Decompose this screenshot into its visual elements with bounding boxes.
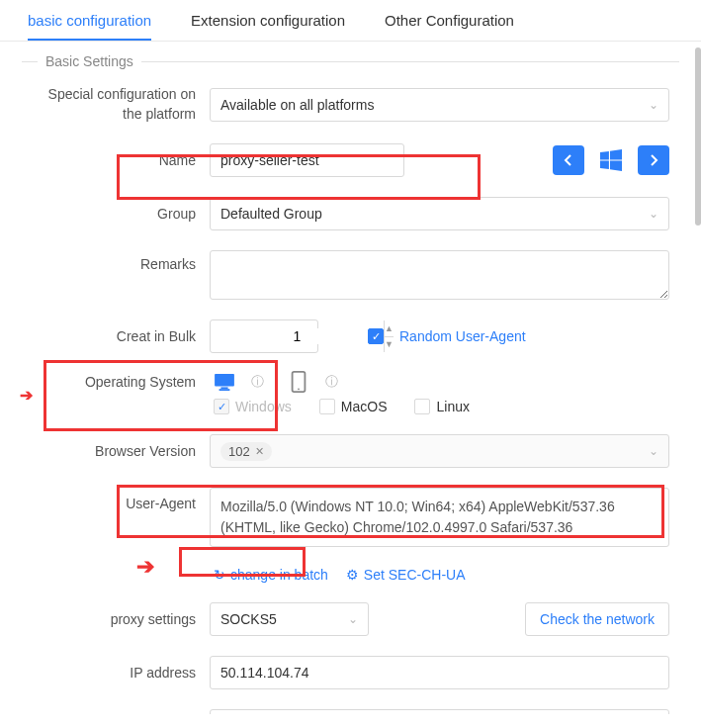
group-select[interactable]: Defaulted Group ⌄: [210, 197, 669, 230]
os-linux-checkbox[interactable]: [414, 399, 430, 414]
browser-version-tag: 102 ✕: [220, 442, 272, 461]
label-user-agent: User-Agent: [32, 488, 200, 511]
desktop-icon[interactable]: [214, 373, 235, 391]
svg-rect-0: [215, 374, 234, 387]
label-proxy-settings: proxy settings: [32, 611, 200, 627]
random-ua-label[interactable]: Random User-Agent: [399, 328, 526, 344]
bulk-count-stepper[interactable]: ▲ ▼: [210, 319, 318, 353]
label-name: Name: [32, 152, 200, 168]
browser-version-select[interactable]: 102 ✕ ⌄: [210, 434, 669, 468]
info-icon: ⓘ: [251, 373, 264, 391]
os-windows-checkbox[interactable]: ✓: [214, 399, 229, 414]
fieldset-legend: Basic Settings: [38, 53, 141, 69]
info-icon: ⓘ: [325, 373, 338, 391]
chevron-down-icon: ⌄: [649, 207, 658, 221]
remove-tag-icon[interactable]: ✕: [255, 445, 264, 458]
os-macos-checkbox[interactable]: [319, 399, 335, 414]
set-sec-ch-ua-link[interactable]: ⚙ Set SEC-CH-UA: [346, 567, 466, 583]
name-input[interactable]: [210, 143, 404, 177]
os-windows-label: Windows: [235, 399, 292, 414]
label-browser-version: Browser Version: [32, 443, 200, 459]
remarks-textarea[interactable]: [210, 250, 669, 300]
mobile-icon[interactable]: [288, 373, 309, 391]
label-creat-in-bulk: Creat in Bulk: [32, 328, 200, 344]
proxy-select[interactable]: SOCKS5 ⌄: [210, 602, 369, 636]
annotation-arrow: ➔: [136, 554, 154, 580]
bulk-count-input[interactable]: [211, 328, 384, 344]
content-pane: Basic Settings Special configuration on …: [0, 42, 701, 714]
proxy-select-value: SOCKS5: [220, 611, 277, 627]
nav-next-button[interactable]: [638, 145, 669, 175]
windows-os-icon: [594, 145, 628, 175]
group-select-value: Defaulted Group: [220, 206, 322, 222]
check-network-button[interactable]: Check the network: [525, 602, 669, 636]
stepper-up-button[interactable]: ▲: [385, 320, 394, 337]
label-operating-system: Operating System: [32, 374, 200, 390]
change-in-batch-link[interactable]: ↻ change in batch: [214, 567, 328, 583]
platform-select-value: Available on all platforms: [220, 97, 374, 113]
svg-point-4: [298, 389, 300, 391]
platform-select[interactable]: Available on all platforms ⌄: [210, 88, 669, 122]
os-macos-label: MacOS: [341, 399, 388, 414]
gear-icon: ⚙: [346, 567, 359, 583]
tabs-bar: basic configuration Extension configurat…: [0, 0, 701, 42]
random-ua-checkbox[interactable]: ✓: [368, 328, 384, 344]
tab-other-configuration[interactable]: Other Configuration: [385, 12, 514, 41]
scrollbar[interactable]: [695, 47, 701, 226]
stepper-down-button[interactable]: ▼: [385, 337, 394, 353]
port-input[interactable]: [210, 709, 669, 714]
basic-settings-fieldset: Basic Settings Special configuration on …: [22, 53, 679, 714]
annotation-arrow: ➔: [20, 386, 33, 405]
svg-rect-1: [220, 388, 227, 390]
chevron-down-icon: ⌄: [348, 612, 358, 626]
label-special-config: Special configuration on the platform: [32, 85, 200, 124]
chevron-down-icon: ⌄: [649, 98, 658, 112]
tab-basic-configuration[interactable]: basic configuration: [28, 12, 151, 41]
label-ip-address: IP address: [32, 665, 200, 681]
tab-extension-configuration[interactable]: Extension configuration: [191, 12, 345, 41]
label-group: Group: [32, 206, 200, 222]
user-agent-field[interactable]: Mozilla/5.0 (Windows NT 10.0; Win64; x64…: [210, 488, 669, 547]
os-linux-label: Linux: [436, 399, 469, 414]
nav-prev-button[interactable]: [553, 145, 584, 175]
chevron-down-icon: ⌄: [649, 444, 658, 458]
svg-rect-2: [219, 389, 230, 391]
ip-address-input[interactable]: [210, 656, 669, 689]
refresh-icon: ↻: [214, 567, 225, 583]
label-remarks: Remarks: [32, 250, 200, 272]
